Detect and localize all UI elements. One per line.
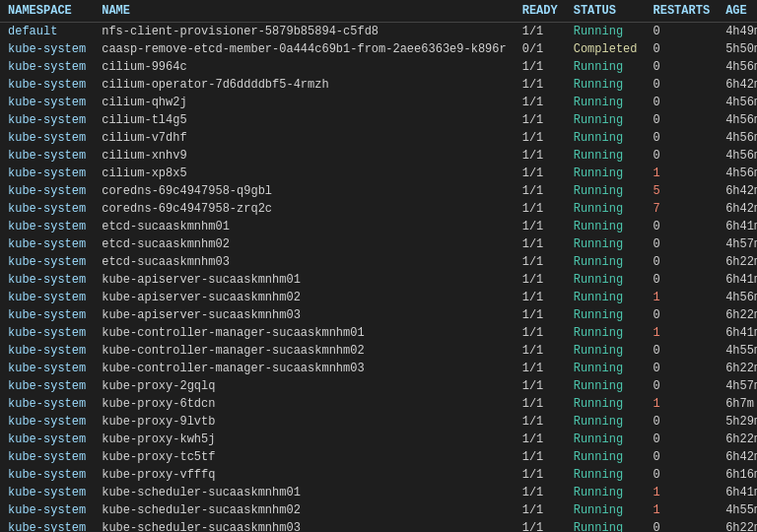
cell-name: coredns-69c4947958-q9gbl	[94, 182, 514, 200]
cell-ready: 1/1	[515, 182, 566, 200]
cell-age: 6h22m	[718, 306, 757, 324]
cell-age: 5h29m	[718, 413, 757, 431]
cell-restarts: 0	[646, 58, 719, 76]
cell-name: cilium-operator-7d6ddddbf5-4rmzh	[94, 76, 514, 94]
cell-ready: 1/1	[515, 147, 566, 165]
cell-name: kube-proxy-vfffq	[94, 466, 514, 484]
cell-ready: 1/1	[515, 395, 566, 413]
cell-status: Running	[566, 377, 646, 395]
table-row: kube-systemetcd-sucaaskmnhm021/1Running0…	[0, 235, 757, 253]
pod-list-container: NAMESPACE NAME READY STATUS RESTARTS AGE…	[0, 0, 757, 532]
cell-ready: 1/1	[515, 484, 566, 501]
cell-status: Running	[566, 324, 646, 342]
cell-age: 4h56m	[718, 289, 757, 306]
cell-age: 6h42m	[718, 448, 757, 466]
table-row: kube-systemcilium-tl4g51/1Running04h56m	[0, 111, 757, 129]
cell-ready: 1/1	[515, 218, 566, 235]
cell-age: 6h16m	[718, 466, 757, 484]
table-row: kube-systemkube-proxy-tc5tf1/1Running06h…	[0, 448, 757, 466]
cell-age: 6h42m	[718, 76, 757, 94]
cell-name: cilium-xnhv9	[94, 147, 514, 165]
cell-restarts: 1	[646, 484, 719, 501]
cell-namespace: kube-system	[0, 165, 94, 182]
cell-namespace: kube-system	[0, 324, 94, 342]
cell-restarts: 0	[646, 466, 719, 484]
cell-restarts: 0	[646, 360, 719, 377]
cell-status: Running	[566, 165, 646, 182]
cell-name: cilium-xp8x5	[94, 165, 514, 182]
cell-name: caasp-remove-etcd-member-0a444c69b1-from…	[94, 40, 514, 58]
table-row: kube-systemkube-apiserver-sucaaskmnhm031…	[0, 306, 757, 324]
cell-age: 4h56m	[718, 94, 757, 111]
cell-status: Running	[566, 58, 646, 76]
cell-ready: 1/1	[515, 360, 566, 377]
cell-age: 4h57m	[718, 235, 757, 253]
cell-restarts: 0	[646, 94, 719, 111]
cell-status: Completed	[566, 40, 646, 58]
cell-name: kube-apiserver-sucaaskmnhm01	[94, 271, 514, 289]
cell-ready: 1/1	[515, 431, 566, 448]
cell-restarts: 5	[646, 182, 719, 200]
cell-restarts: 0	[646, 111, 719, 129]
cell-name: kube-scheduler-sucaaskmnhm01	[94, 484, 514, 501]
cell-ready: 1/1	[515, 235, 566, 253]
cell-age: 6h42m	[718, 200, 757, 218]
cell-namespace: kube-system	[0, 360, 94, 377]
cell-name: etcd-sucaaskmnhm03	[94, 253, 514, 271]
cell-restarts: 0	[646, 306, 719, 324]
table-row: kube-systemcilium-v7dhf1/1Running04h56m	[0, 129, 757, 147]
cell-ready: 1/1	[515, 165, 566, 182]
cell-restarts: 0	[646, 76, 719, 94]
cell-status: Running	[566, 342, 646, 360]
cell-name: kube-proxy-9lvtb	[94, 413, 514, 431]
table-row: kube-systemetcd-sucaaskmnhm011/1Running0…	[0, 218, 757, 235]
cell-restarts: 0	[646, 271, 719, 289]
cell-name: kube-apiserver-sucaaskmnhm03	[94, 306, 514, 324]
cell-restarts: 0	[646, 129, 719, 147]
cell-status: Running	[566, 111, 646, 129]
cell-ready: 1/1	[515, 519, 566, 532]
cell-ready: 1/1	[515, 466, 566, 484]
cell-restarts: 0	[646, 147, 719, 165]
cell-status: Running	[566, 253, 646, 271]
cell-name: cilium-v7dhf	[94, 129, 514, 147]
cell-age: 4h56m	[718, 147, 757, 165]
cell-name: coredns-69c4947958-zrq2c	[94, 200, 514, 218]
cell-restarts: 1	[646, 289, 719, 306]
cell-ready: 1/1	[515, 377, 566, 395]
cell-restarts: 0	[646, 413, 719, 431]
cell-restarts: 0	[646, 448, 719, 466]
cell-age: 4h55m	[718, 501, 757, 519]
table-row: kube-systemcoredns-69c4947958-zrq2c1/1Ru…	[0, 200, 757, 218]
cell-restarts: 1	[646, 324, 719, 342]
cell-restarts: 0	[646, 218, 719, 235]
col-age: AGE	[718, 0, 757, 23]
cell-ready: 1/1	[515, 306, 566, 324]
cell-age: 6h22m	[718, 519, 757, 532]
table-row: defaultnfs-client-provisioner-5879b85894…	[0, 23, 757, 41]
cell-restarts: 0	[646, 40, 719, 58]
cell-age: 6h41m	[718, 271, 757, 289]
cell-status: Running	[566, 360, 646, 377]
cell-ready: 1/1	[515, 94, 566, 111]
table-row: kube-systemcoredns-69c4947958-q9gbl1/1Ru…	[0, 182, 757, 200]
table-row: kube-systemetcd-sucaaskmnhm031/1Running0…	[0, 253, 757, 271]
cell-age: 4h57m	[718, 377, 757, 395]
cell-name: kube-controller-manager-sucaaskmnhm02	[94, 342, 514, 360]
cell-age: 6h41m	[718, 218, 757, 235]
cell-namespace: kube-system	[0, 111, 94, 129]
cell-age: 6h41m	[718, 324, 757, 342]
cell-ready: 1/1	[515, 253, 566, 271]
cell-namespace: kube-system	[0, 147, 94, 165]
cell-ready: 1/1	[515, 501, 566, 519]
cell-restarts: 1	[646, 395, 719, 413]
cell-namespace: kube-system	[0, 58, 94, 76]
cell-ready: 1/1	[515, 324, 566, 342]
cell-namespace: kube-system	[0, 342, 94, 360]
cell-ready: 1/1	[515, 413, 566, 431]
table-row: kube-systemcilium-9964c1/1Running04h56m	[0, 58, 757, 76]
table-row: kube-systemkube-apiserver-sucaaskmnhm011…	[0, 271, 757, 289]
cell-status: Running	[566, 306, 646, 324]
cell-status: Running	[566, 235, 646, 253]
table-row: kube-systemcilium-qhw2j1/1Running04h56m	[0, 94, 757, 111]
